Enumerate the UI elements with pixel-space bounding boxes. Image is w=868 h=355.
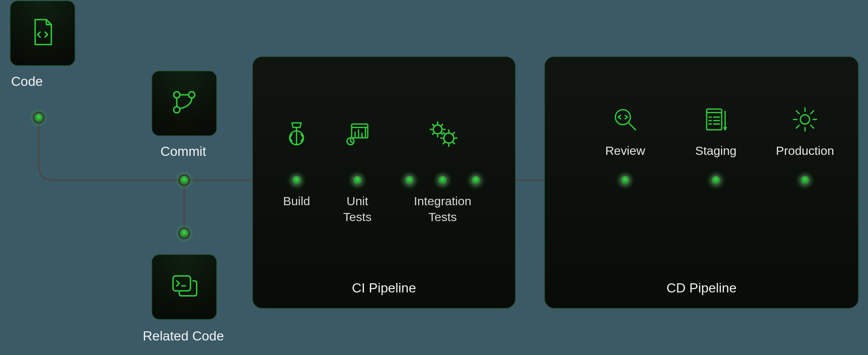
integration-node-1 [403,174,415,186]
code-file-icon [28,17,58,49]
svg-point-11 [800,115,809,124]
svg-point-2 [189,92,195,98]
staging-icon [702,105,730,135]
ci-pipeline-title: CI Pipeline [352,280,416,296]
pipeline-diagram: Code Commit Relate [0,0,867,355]
build-node [291,174,303,186]
commit-card [152,71,217,136]
git-branch-icon [169,87,199,119]
commit-label: Commit [160,144,206,159]
commit-node [178,174,190,186]
svg-rect-3 [173,276,191,291]
unit-tests-label-line2: Tests [343,210,372,224]
svg-point-0 [174,106,180,113]
integration-tests-label: Integration Tests [414,193,471,225]
unit-tests-label-line1: Unit [347,194,368,208]
integration-tests-icon [428,119,457,151]
related-code-card [152,254,217,320]
review-label: Review [605,144,645,158]
svg-point-9 [615,110,630,124]
unit-tests-label: Unit Tests [343,193,372,225]
cd-pipeline-title: CD Pipeline [666,280,736,296]
integration-node-2 [436,174,449,186]
build-label: Build [283,193,310,209]
integration-label-line2: Tests [428,210,457,224]
unit-tests-node [351,174,364,186]
svg-point-7 [433,125,442,134]
unit-tests-icon [344,121,371,150]
code-label: Code [11,74,43,89]
build-icon [283,121,311,150]
production-node [799,174,811,186]
staging-node [710,174,722,186]
code-card [10,1,75,66]
staging-label: Staging [695,144,736,158]
related-code-connector-node [178,227,190,239]
production-icon [791,105,819,135]
review-node [619,174,631,186]
svg-point-1 [174,92,180,98]
integration-label-line1: Integration [414,194,471,208]
production-label: Production [776,144,834,158]
integration-node-3 [470,174,482,186]
svg-point-8 [444,133,454,143]
terminal-stack-icon [169,271,199,303]
related-code-label: Related Code [143,328,224,344]
review-icon [611,105,639,135]
cd-pipeline-panel: CD Pipeline [544,56,859,309]
code-node [32,112,45,124]
